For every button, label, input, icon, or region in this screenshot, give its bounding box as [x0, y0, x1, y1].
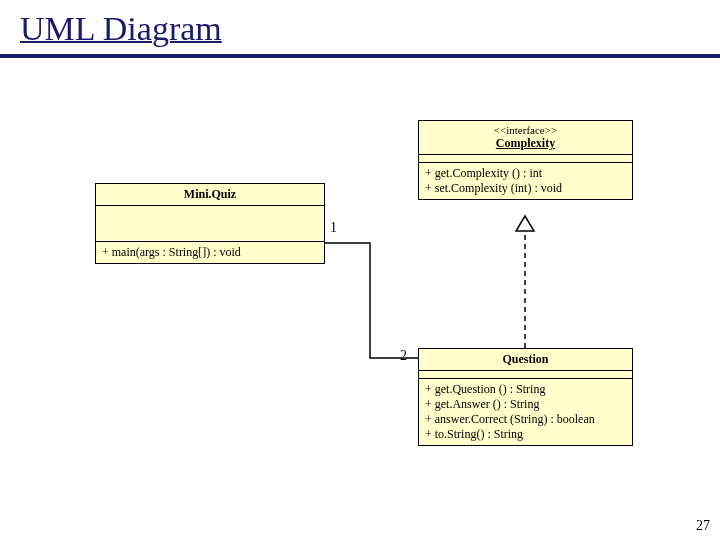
class-miniquiz: Mini.Quiz + main(args : String[]) : void [95, 183, 325, 264]
question-method-1: + get.Answer () : String [425, 397, 626, 412]
complexity-name: Complexity [419, 136, 632, 155]
complexity-method-0: + get.Complexity () : int [425, 166, 626, 181]
question-name: Question [419, 349, 632, 371]
page-title: UML Diagram [20, 10, 222, 47]
question-methods: + get.Question () : String + get.Answer … [419, 379, 632, 445]
question-method-2: + answer.Correct (String) : boolean [425, 412, 626, 427]
slide-number: 27 [696, 518, 710, 534]
miniquiz-method-0: + main(args : String[]) : void [102, 245, 318, 260]
complexity-methods: + get.Complexity () : int + set.Complexi… [419, 163, 632, 199]
complexity-stereotype: <<interface>> [419, 121, 632, 136]
miniquiz-attrs [96, 206, 324, 242]
class-complexity: <<interface>> Complexity + get.Complexit… [418, 120, 633, 200]
diagram-canvas: <<interface>> Complexity + get.Complexit… [0, 58, 720, 528]
complexity-method-1: + set.Complexity (int) : void [425, 181, 626, 196]
miniquiz-name: Mini.Quiz [96, 184, 324, 206]
complexity-attrs [419, 155, 632, 163]
miniquiz-methods: + main(args : String[]) : void [96, 242, 324, 263]
question-method-3: + to.String() : String [425, 427, 626, 442]
question-attrs [419, 371, 632, 379]
svg-marker-1 [516, 216, 534, 231]
class-question: Question + get.Question () : String + ge… [418, 348, 633, 446]
question-method-0: + get.Question () : String [425, 382, 626, 397]
multiplicity-2: 2 [400, 348, 407, 364]
multiplicity-1: 1 [330, 220, 337, 236]
